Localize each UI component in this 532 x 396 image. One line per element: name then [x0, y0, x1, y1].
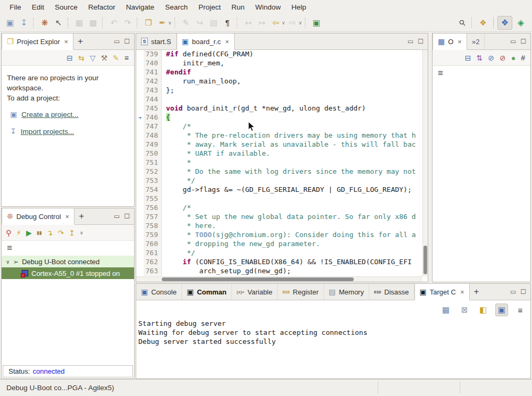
- tab-board-r-c[interactable]: ▣ board_r.c ×: [177, 33, 235, 50]
- resume-icon[interactable]: ▶: [26, 229, 32, 237]
- menu-search[interactable]: Search: [160, 2, 193, 12]
- debug-perspective-button[interactable]: ❖: [497, 16, 512, 30]
- back-icon[interactable]: ⇦: [270, 16, 282, 29]
- hide-non-public-icon[interactable]: ●: [511, 54, 516, 62]
- maximize-icon[interactable]: ☐: [520, 38, 526, 45]
- hide-inactive-icon[interactable]: #: [521, 54, 525, 62]
- pin-editor-icon[interactable]: ▣: [310, 16, 323, 29]
- minimize-icon[interactable]: ▭: [510, 38, 516, 45]
- tab-variable[interactable]: (x)=Variable: [232, 284, 278, 300]
- collapse-all-icon[interactable]: ⊟: [465, 54, 471, 62]
- console-menu-icon[interactable]: ≡: [514, 304, 527, 316]
- disconnect-icon[interactable]: ⚲: [6, 229, 11, 237]
- maximize-icon[interactable]: ☐: [418, 38, 423, 45]
- build-hammer-icon[interactable]: ⚒: [101, 54, 108, 62]
- view-menu-icon[interactable]: ≡: [2, 241, 18, 256]
- tab-overflow[interactable]: »2: [467, 33, 485, 49]
- open-perspective-icon[interactable]: ❖: [477, 16, 489, 29]
- search-icon[interactable]: ⚲: [453, 14, 471, 32]
- close-icon[interactable]: ×: [225, 38, 229, 46]
- save-all-icon[interactable]: ▩: [87, 16, 99, 29]
- close-icon[interactable]: ×: [65, 213, 70, 221]
- tab-outline[interactable]: ▦ O ×: [433, 33, 467, 50]
- scroll-lock-icon[interactable]: ◧: [477, 304, 489, 316]
- external-tools-icon[interactable]: ✒: [156, 16, 169, 29]
- tab-debug-control[interactable]: ❊ Debug Control ×: [2, 208, 74, 225]
- tab-project-explorer[interactable]: ❒ Project Explor ×: [2, 33, 73, 50]
- console-output[interactable]: Starting debug server Waiting for debug …: [138, 319, 528, 377]
- flash-device-icon[interactable]: ⚡: [16, 229, 21, 237]
- minimize-icon[interactable]: ▭: [510, 288, 516, 296]
- hide-fields-icon[interactable]: ⊘: [488, 54, 494, 62]
- minimize-icon[interactable]: ▭: [114, 213, 120, 220]
- last-edit-location-icon[interactable]: ↤: [242, 16, 255, 29]
- new-wizard-icon[interactable]: ▣: [4, 16, 16, 29]
- menu-navigate[interactable]: Navigate: [121, 2, 160, 12]
- tab-start-s[interactable]: S start.S: [136, 33, 177, 49]
- new-view-button[interactable]: +: [74, 208, 88, 224]
- minimize-icon[interactable]: ▭: [408, 38, 413, 45]
- hide-static-members-icon[interactable]: ⊘: [500, 54, 506, 62]
- vertical-scrollbar-thumb[interactable]: [423, 246, 427, 274]
- new-view-button[interactable]: +: [73, 33, 87, 49]
- new-view-button[interactable]: +: [470, 284, 484, 300]
- suspend-icon[interactable]: ▮▮: [37, 230, 42, 235]
- close-icon[interactable]: ×: [458, 38, 462, 46]
- next-annotation-icon[interactable]: ↪: [194, 16, 206, 29]
- more-debug-actions-icon[interactable]: ∨: [80, 230, 84, 235]
- tab-console[interactable]: ▣Console: [136, 284, 182, 300]
- menu-help[interactable]: Help: [286, 2, 312, 12]
- save-console-icon[interactable]: ▦: [439, 304, 452, 316]
- tab-comman[interactable]: ▣Comman: [182, 284, 232, 300]
- horizontal-scrollbar-thumb[interactable]: [162, 277, 354, 281]
- menu-refactor[interactable]: Refactor: [83, 2, 121, 12]
- menu-run[interactable]: Run: [226, 2, 250, 12]
- menu-file[interactable]: File: [4, 2, 27, 12]
- mark-occurrences-icon[interactable]: ✎: [180, 16, 193, 29]
- close-icon[interactable]: ×: [64, 38, 68, 46]
- clean-broom-icon[interactable]: ✎: [113, 54, 119, 62]
- debug-tree-row[interactable]: Cortex-A55_0 #1 stopped on: [2, 267, 134, 279]
- cpp-perspective-button[interactable]: ◈: [513, 16, 528, 30]
- view-menu-icon[interactable]: ≡: [433, 66, 448, 81]
- tab-disasse[interactable]: 010Disasse: [369, 284, 414, 300]
- show-selected-element-icon[interactable]: ▤: [207, 16, 220, 29]
- chevron-down-icon[interactable]: ∨: [282, 20, 286, 26]
- chevron-down-icon[interactable]: ∨: [298, 20, 302, 26]
- import-icon[interactable]: ↧: [18, 16, 30, 29]
- save-icon[interactable]: ▦: [73, 16, 86, 29]
- tab-register[interactable]: 010Register: [278, 284, 324, 300]
- link-import-projects[interactable]: Import projects...: [21, 127, 74, 137]
- menu-source[interactable]: Source: [49, 2, 83, 12]
- chevron-down-icon[interactable]: ∨: [168, 20, 172, 26]
- next-edit-location-icon[interactable]: ↦: [256, 16, 269, 29]
- undo-icon[interactable]: ↶: [107, 16, 120, 29]
- attach-debugger-icon[interactable]: ↖: [52, 16, 65, 29]
- step-return-icon[interactable]: ↥: [69, 229, 75, 237]
- maximize-icon[interactable]: ☐: [124, 213, 130, 220]
- pin-console-icon[interactable]: ▣: [495, 304, 508, 316]
- tab-target-c[interactable]: ▣Target C×: [414, 284, 470, 300]
- filter-icon[interactable]: ▽: [90, 54, 96, 62]
- vertical-scrollbar[interactable]: [422, 50, 428, 276]
- debug-tree-row[interactable]: ∨➢Debug U-Boot connected: [2, 256, 134, 267]
- menu-edit[interactable]: Edit: [27, 2, 49, 12]
- forward-icon[interactable]: ⇨: [286, 16, 299, 29]
- link-new-project[interactable]: Create a project...: [21, 109, 78, 120]
- step-into-icon[interactable]: ↴: [47, 229, 53, 237]
- chevron-down-icon[interactable]: ∨: [6, 259, 10, 265]
- redo-icon[interactable]: ↷: [121, 16, 134, 29]
- step-over-icon[interactable]: ↷: [58, 229, 64, 237]
- menu-project[interactable]: Project: [193, 2, 226, 12]
- maximize-icon[interactable]: ☐: [520, 288, 526, 296]
- link-with-editor-icon[interactable]: ⇆: [78, 54, 85, 62]
- open-element-icon[interactable]: ❒: [142, 16, 155, 29]
- debug-icon[interactable]: ❋: [38, 16, 51, 29]
- code-editor[interactable]: 739#if defined(CFG_PRAM)740 initr_mem,74…: [136, 50, 428, 276]
- collapse-all-icon[interactable]: ⊟: [66, 54, 73, 62]
- sort-icon[interactable]: ⇅: [477, 54, 483, 62]
- menu-window[interactable]: Window: [250, 2, 286, 12]
- clear-console-icon[interactable]: ⊠: [458, 304, 471, 316]
- horizontal-scrollbar[interactable]: [136, 276, 422, 282]
- close-icon[interactable]: ×: [460, 288, 464, 296]
